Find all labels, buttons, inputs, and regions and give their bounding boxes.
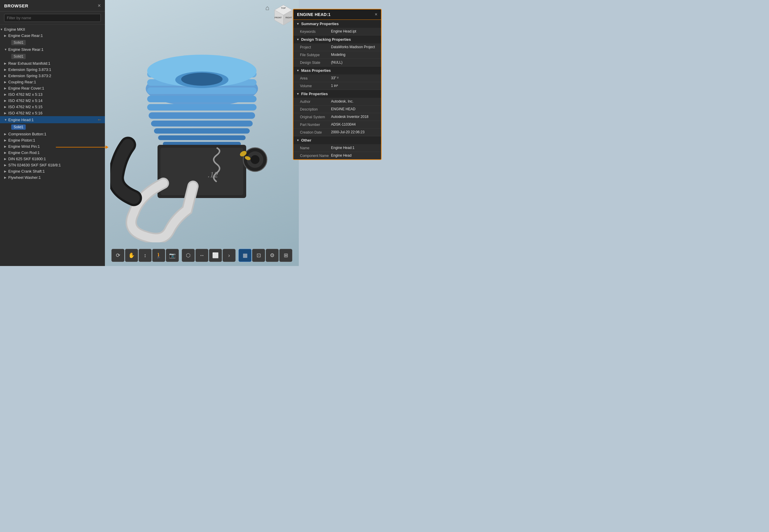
prop-val: DataWorks Madison Project bbox=[331, 45, 377, 49]
tree-item-rear-exhaust[interactable]: ▶Rear Exhaust Manifold:1 bbox=[0, 60, 105, 67]
tree-item-compression-btn[interactable]: ▶Compression Button:1 bbox=[0, 131, 105, 137]
tree-label: ISO 4762 M2 x 5:16 bbox=[8, 111, 102, 115]
tree-chip-solid1-b[interactable]: Solid1 bbox=[0, 53, 105, 60]
tree-label: Engine MKII bbox=[4, 27, 102, 32]
props-header: ENGINE HEAD:1 × bbox=[293, 9, 381, 20]
collapse-icon: ▼ bbox=[296, 22, 299, 25]
toolbar-btn-zoom[interactable]: ↕ bbox=[139, 249, 152, 262]
home-icon[interactable]: ⌂ bbox=[265, 4, 269, 12]
prop-key: Design State bbox=[300, 60, 331, 65]
tree-item-din-625[interactable]: ▶DIN 625 SKF 61800:1 bbox=[0, 156, 105, 162]
section-header-mass[interactable]: ▼Mass Properties bbox=[293, 67, 381, 74]
tree-item-engine-piston[interactable]: ▶Engine Piston:1 bbox=[0, 137, 105, 143]
section-label: Mass Properties bbox=[301, 68, 331, 73]
section-header-summary[interactable]: ▼Summary Properties bbox=[293, 20, 381, 28]
tree-item-coupling-rear[interactable]: ▶Coupling Rear:1 bbox=[0, 79, 105, 85]
tree-item-stn-024630[interactable]: ▶STN 024630 SKF SKF 618/8:1 bbox=[0, 162, 105, 168]
prop-row: DescriptionENGINE HEAD bbox=[293, 106, 381, 113]
tree-item-iso-2[interactable]: ▶ISO 4762 M2 x 5:14 bbox=[0, 98, 105, 104]
tree-item-engine-wrist-pin[interactable]: ▶Engine Wrist Pin:1 bbox=[0, 143, 105, 150]
toolbar-icon-arrow: › bbox=[228, 252, 230, 259]
toolbar-btn-component[interactable]: ⬡ bbox=[182, 249, 195, 262]
toolbar-btn-measure[interactable]: ↔ bbox=[195, 249, 208, 262]
tree-label: DIN 625 SKF 61800:1 bbox=[8, 157, 102, 161]
tree-item-iso-3[interactable]: ▶ISO 4762 M2 x 5:15 bbox=[0, 104, 105, 110]
props-close-button[interactable]: × bbox=[375, 12, 377, 17]
tree-item-engine-case-rear[interactable]: ▶Engine Case Rear:1 bbox=[0, 33, 105, 39]
prop-val: ENGINE HEAD bbox=[331, 107, 377, 111]
svg-rect-11 bbox=[147, 104, 257, 111]
toolbar: ⟳✋↕🚶📷⬡↔⬜›▦⊡⚙⊞ bbox=[111, 249, 292, 262]
prop-key: Name bbox=[300, 146, 331, 150]
section-label: Design Tracking Properties bbox=[301, 37, 351, 42]
tree-label: Engine Crank Shaft:1 bbox=[8, 169, 102, 173]
viewport[interactable]: ⌂ TOP FRONT RIGHT bbox=[105, 0, 299, 266]
svg-text:TOP: TOP bbox=[281, 7, 286, 9]
prop-key: Description bbox=[300, 107, 331, 111]
section-header-other[interactable]: ▼Other bbox=[293, 136, 381, 144]
prop-key: Area bbox=[300, 76, 331, 80]
toolbar-icon-inspect: ⊡ bbox=[257, 252, 261, 259]
prop-row: Part NumberADSK-1103044 bbox=[293, 121, 381, 129]
prop-key: Project bbox=[300, 45, 331, 49]
tree-item-flywheel[interactable]: ▶Flywheel Washer:1 bbox=[0, 174, 105, 181]
tree-item-engine-con-rod[interactable]: ▶Engine Con Rod:1 bbox=[0, 150, 105, 156]
prop-row: Volume1 in³ bbox=[293, 82, 381, 90]
toolbar-btn-walk[interactable]: 🚶 bbox=[152, 249, 165, 262]
tree-item-engine-head[interactable]: ▼Engine Head:1← bbox=[0, 116, 105, 123]
toolbar-icon-component: ⬡ bbox=[186, 252, 191, 259]
prop-val: ADSK-1103044 bbox=[331, 122, 377, 127]
svg-text:RIGHT: RIGHT bbox=[285, 17, 292, 19]
prop-val: Autodesk, Inc. bbox=[331, 99, 377, 104]
tree-chip-solid1-a[interactable]: Solid1 bbox=[0, 39, 105, 46]
toolbar-btn-camera[interactable]: 📷 bbox=[166, 249, 179, 262]
tree-item-engine-rear-cover[interactable]: ▶Engine Rear Cover:1 bbox=[0, 85, 105, 91]
svg-text:FRONT: FRONT bbox=[275, 17, 282, 19]
tree-label: ISO 4762 M2 x 5:13 bbox=[8, 92, 102, 97]
tree-item-ext-spring-1[interactable]: ▶Extension Spring 3.873:1 bbox=[0, 67, 105, 73]
tree-item-engine-crank[interactable]: ▶Engine Crank Shaft:1 bbox=[0, 168, 105, 174]
prop-val: Autodesk Inventor 2018 bbox=[331, 115, 377, 119]
toolbar-btn-orbit[interactable]: ⟳ bbox=[111, 249, 124, 262]
tree-label: Coupling Rear:1 bbox=[8, 80, 102, 84]
toolbar-btn-box[interactable]: ⬜ bbox=[209, 249, 222, 262]
toolbar-icon-export: ⊞ bbox=[284, 252, 288, 259]
tree-item-engine-sleve-rear[interactable]: ▼Engine Sleve Rear:1 bbox=[0, 46, 105, 53]
browser-close-button[interactable]: × bbox=[98, 3, 101, 8]
tree-label: Engine Head:1 bbox=[8, 118, 95, 122]
tree-item-iso-4[interactable]: ▶ISO 4762 M2 x 5:16 bbox=[0, 110, 105, 116]
props-body: ▼Summary PropertiesKeywordsEngine Head.i… bbox=[293, 20, 381, 159]
filter-input[interactable] bbox=[4, 14, 101, 22]
toolbar-btn-export[interactable]: ⊞ bbox=[279, 249, 292, 262]
toolbar-btn-arrow[interactable]: › bbox=[223, 249, 236, 262]
properties-panel: ENGINE HEAD:1 × ▼Summary PropertiesKeywo… bbox=[293, 9, 382, 160]
svg-rect-15 bbox=[158, 135, 246, 140]
tree-item-engine-mkii[interactable]: ▼Engine MKII bbox=[0, 26, 105, 33]
prop-val: Engine Head:1 bbox=[331, 146, 377, 150]
browser-tree[interactable]: ▼Engine MKII▶Engine Case Rear:1Solid1▼En… bbox=[0, 25, 105, 266]
toolbar-btn-layout[interactable]: ▦ bbox=[239, 249, 252, 262]
props-title: ENGINE HEAD:1 bbox=[297, 12, 331, 17]
browser-header: BROWSER × bbox=[0, 0, 105, 12]
tree-label: Flywheel Washer:1 bbox=[8, 175, 102, 180]
tree-item-ext-spring-2[interactable]: ▶Extension Spring 3.873:2 bbox=[0, 73, 105, 79]
toolbar-icon-settings: ⚙ bbox=[270, 252, 275, 259]
engine-art: .12 bbox=[110, 41, 293, 242]
toolbar-btn-settings[interactable]: ⚙ bbox=[266, 249, 279, 262]
section-header-design-tracking[interactable]: ▼Design Tracking Properties bbox=[293, 35, 381, 43]
tree-label: Extension Spring 3.873:1 bbox=[8, 67, 102, 72]
prop-row: Creation Date2000-Jul-20 22:06:23 bbox=[293, 129, 381, 136]
toolbar-btn-inspect[interactable]: ⊡ bbox=[252, 249, 265, 262]
prop-row: ProjectDataWorks Madison Project bbox=[293, 43, 381, 51]
prop-val: Engine Head bbox=[331, 153, 377, 158]
prop-row: Original SystemAutodesk Inventor 2018 bbox=[293, 113, 381, 121]
tree-chip-solid1-c[interactable]: Solid1 bbox=[0, 123, 105, 131]
nav-cube[interactable]: TOP FRONT RIGHT bbox=[272, 4, 295, 27]
tree-label: Compression Button:1 bbox=[8, 132, 102, 136]
section-header-file-props[interactable]: ▼File Properties bbox=[293, 90, 381, 98]
section-label: Summary Properties bbox=[301, 22, 339, 26]
tree-item-iso-1[interactable]: ▶ISO 4762 M2 x 5:13 bbox=[0, 91, 105, 98]
svg-rect-10 bbox=[147, 96, 257, 102]
browser-panel: BROWSER × ▼Engine MKII▶Engine Case Rear:… bbox=[0, 0, 105, 266]
toolbar-btn-pan[interactable]: ✋ bbox=[125, 249, 138, 262]
